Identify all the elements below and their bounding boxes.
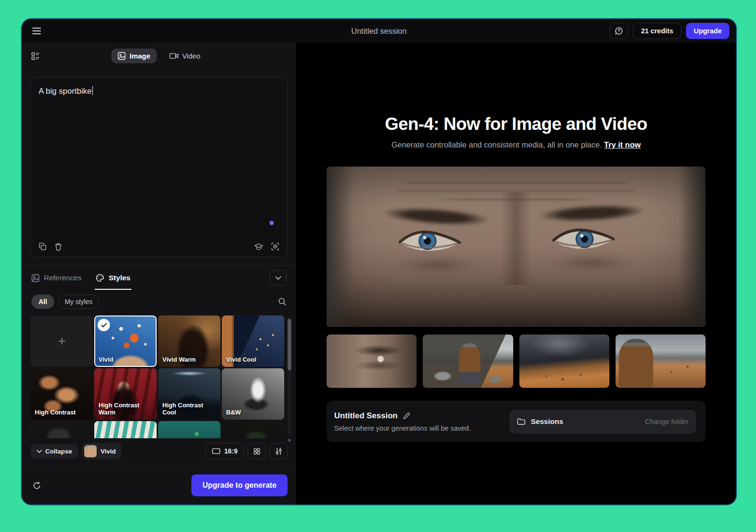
hero-left-eye: [397, 226, 463, 254]
selection-dot: [269, 221, 274, 225]
style-tile-partial[interactable]: [158, 421, 220, 438]
style-tile-label: Vivid Cool: [226, 356, 259, 364]
active-tab-underline: [95, 289, 131, 290]
thumbnail-face-closeup[interactable]: [327, 335, 417, 388]
style-tile-bw[interactable]: B&W: [222, 368, 284, 420]
top-bar: Untitled session 21 credits Upgrade: [22, 19, 736, 43]
tab-styles[interactable]: Styles: [96, 266, 130, 290]
thumbnail-row: [327, 335, 706, 388]
styles-grid: Vivid Vivid Warm Vivid Cool High Contras…: [30, 315, 284, 438]
filter-all-chip[interactable]: All: [31, 295, 54, 309]
enhance-prompt-icon[interactable]: [271, 242, 279, 251]
learn-icon[interactable]: [254, 243, 263, 251]
scrollbar-thumb[interactable]: [288, 319, 291, 370]
style-tile-partial[interactable]: [30, 421, 93, 438]
selected-style-label: Vivid: [100, 448, 116, 455]
hero-nose: [501, 192, 531, 285]
thumbnail-mountain-landscape[interactable]: [519, 335, 609, 388]
edit-pencil-icon[interactable]: [403, 412, 410, 420]
style-tile-label: High Contrast Cool: [162, 402, 220, 416]
tab-references[interactable]: References: [31, 266, 81, 290]
style-tile-vivid[interactable]: Vivid: [94, 315, 157, 367]
style-tile-label: High Contrast: [35, 409, 79, 416]
hero-under-eye: [550, 255, 634, 272]
help-button[interactable]: [610, 23, 628, 39]
collapse-button[interactable]: Collapse: [30, 444, 78, 459]
tab-image[interactable]: Image: [111, 49, 156, 63]
search-icon[interactable]: [278, 297, 287, 306]
credits-button[interactable]: 21 credits: [633, 23, 681, 39]
app-window: Untitled session 21 credits Upgrade: [21, 18, 737, 505]
palette-icon: [96, 274, 104, 282]
promo-subtitle: Generate controllable and consistent med…: [327, 140, 706, 149]
session-description: Select where your generations will be sa…: [334, 424, 471, 432]
main-area: Gen-4: Now for Image and Video Generate …: [296, 43, 736, 504]
generate-bar: Upgrade to generate: [22, 466, 296, 504]
selected-style-chip[interactable]: Vivid: [82, 443, 121, 459]
collapse-section-button[interactable]: [269, 270, 287, 286]
figure: [459, 343, 480, 384]
hero-right-brow: [538, 202, 645, 224]
image-icon: [118, 52, 126, 60]
thumbnail-man-profile[interactable]: [616, 335, 706, 388]
style-tile-vivid-cool[interactable]: Vivid Cool: [222, 315, 284, 367]
plus-icon: [57, 336, 67, 346]
four-dots-icon: [253, 447, 261, 455]
chevron-down-icon: [275, 276, 281, 280]
session-card: Untitled Session Select where your gener…: [327, 401, 706, 442]
prompt-input[interactable]: A big sportbike: [30, 77, 288, 257]
hero-left-brow: [383, 205, 490, 228]
filter-my-styles-chip[interactable]: My styles: [58, 295, 99, 309]
tab-video[interactable]: Video: [163, 49, 207, 63]
settings-button[interactable]: [269, 443, 288, 459]
tab-references-label: References: [44, 274, 81, 282]
try-it-now-link[interactable]: Try it now: [604, 140, 641, 149]
session-card-title: Untitled Session: [334, 411, 398, 421]
text-caret: [92, 86, 93, 95]
reset-icon[interactable]: [32, 481, 41, 490]
style-tile-label: Vivid Warm: [162, 356, 199, 364]
upgrade-button[interactable]: Upgrade: [686, 23, 729, 39]
variations-button[interactable]: [248, 443, 266, 459]
tab-image-label: Image: [129, 52, 150, 60]
styles-scrollbar[interactable]: ▼: [288, 317, 291, 436]
prompt-text: A big sportbike: [39, 87, 92, 96]
style-tile-high-contrast[interactable]: High Contrast: [30, 368, 93, 420]
generate-button[interactable]: Upgrade to generate: [191, 474, 288, 496]
style-filters: All My styles: [22, 290, 296, 314]
figure: [619, 339, 653, 388]
aspect-ratio-label: 16:9: [224, 447, 238, 455]
hamburger-menu-icon[interactable]: [29, 23, 45, 39]
composer-toolbar: Collapse Vivid 16:9: [30, 443, 288, 459]
folder-selector[interactable]: Sessions Change folder: [509, 410, 696, 433]
style-tile-partial[interactable]: [94, 421, 157, 438]
video-icon: [169, 52, 179, 59]
collapse-label: Collapse: [45, 448, 72, 455]
check-icon: [98, 319, 110, 331]
style-tile-label: High Contrast Warm: [99, 402, 157, 416]
style-tile-high-contrast-cool[interactable]: High Contrast Cool: [158, 368, 220, 420]
promo-headline: Gen-4: Now for Image and Video: [327, 114, 706, 134]
style-tile-label: Vivid: [99, 356, 116, 364]
mode-tabs: Image Video: [22, 49, 296, 63]
aspect-ratio-button[interactable]: 16:9: [206, 443, 244, 459]
landscape-ratio-icon: [212, 448, 220, 454]
promo-subtitle-text: Generate controllable and consistent med…: [391, 140, 602, 149]
hero-under-eye: [395, 256, 478, 274]
tab-video-label: Video: [182, 52, 200, 60]
tab-styles-label: Styles: [109, 274, 130, 282]
folder-name: Sessions: [531, 417, 563, 426]
hero-image: [327, 167, 706, 327]
style-tile-high-contrast-warm[interactable]: High Contrast Warm: [94, 368, 157, 420]
chevron-down-icon: [37, 450, 42, 453]
thumbnail-man-from-behind[interactable]: [423, 335, 513, 388]
scroll-down-arrow[interactable]: ▼: [287, 438, 292, 443]
delete-icon[interactable]: [54, 243, 62, 251]
style-tile-vivid-warm[interactable]: Vivid Warm: [158, 315, 220, 367]
folder-icon: [517, 418, 526, 425]
change-folder-button[interactable]: Change folder: [645, 418, 688, 425]
copy-icon[interactable]: [39, 243, 47, 251]
add-style-tile[interactable]: [30, 315, 93, 367]
style-tile-partial[interactable]: [222, 421, 284, 438]
references-icon: [31, 274, 40, 282]
